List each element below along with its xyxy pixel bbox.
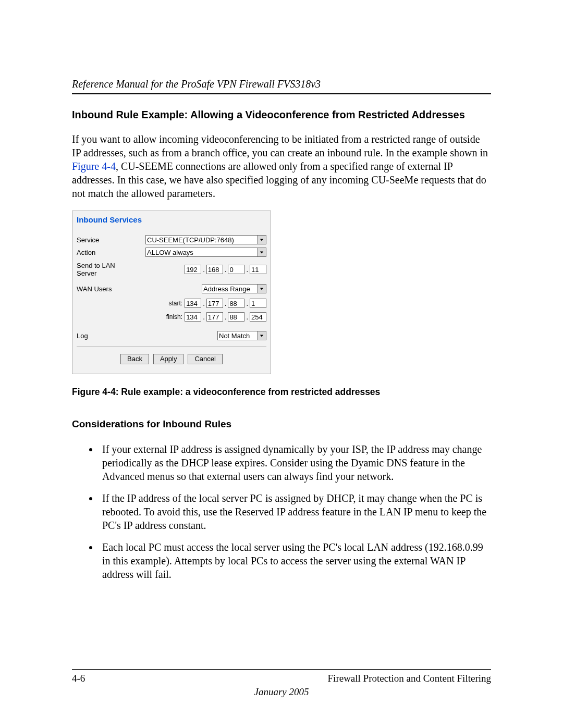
body-text-1: If you want to allow incoming videoconfe…	[72, 133, 488, 158]
service-select[interactable]: CU-SEEME(TCP/UDP:7648)	[145, 235, 266, 244]
back-button[interactable]: Back	[120, 354, 149, 364]
considerations-heading: Considerations for Inbound Rules	[72, 418, 491, 430]
page-header: Reference Manual for the ProSafe VPN Fir…	[72, 78, 491, 90]
lan-ip-octet-3[interactable]: 0	[228, 265, 244, 274]
page-footer: 4-6 Firewall Protection and Content Filt…	[72, 669, 491, 698]
body-text-2: , CU-SEEME connections are allowed only …	[72, 161, 486, 199]
footer-rule	[72, 669, 491, 670]
label-send-to-lan: Send to LAN Server	[77, 262, 135, 277]
wan-users-select[interactable]: Address Range	[202, 284, 266, 293]
label-action: Action	[77, 249, 135, 256]
lan-ip-octet-2[interactable]: 168	[206, 265, 223, 274]
panel-title: Inbound Services	[72, 211, 271, 231]
label-service: Service	[77, 236, 135, 244]
start-ip-octet-4[interactable]: 1	[250, 299, 266, 308]
footer-date: January 2005	[72, 686, 491, 698]
label-log: Log	[77, 332, 135, 340]
list-item: If the IP address of the local server PC…	[99, 491, 491, 532]
footer-section-title: Firewall Protection and Content Filterin…	[328, 673, 491, 684]
page-number: 4-6	[72, 673, 85, 684]
finish-ip-octet-3[interactable]: 88	[228, 312, 244, 322]
apply-button[interactable]: Apply	[153, 354, 184, 364]
label-start: start:	[168, 300, 182, 307]
figure-caption: Figure 4-4: Rule example: a videoconfere…	[72, 387, 491, 398]
cancel-button[interactable]: Cancel	[188, 354, 222, 364]
svg-marker-0	[260, 239, 263, 241]
list-item: Each local PC must access the local serv…	[99, 540, 491, 581]
inbound-services-panel: Inbound Services Service CU-SEEME(TCP/UD…	[72, 211, 271, 374]
log-select-value: Not Match	[219, 332, 250, 340]
finish-ip-octet-4[interactable]: 254	[250, 312, 266, 322]
start-ip-octet-2[interactable]: 177	[206, 299, 223, 308]
wan-users-value: Address Range	[203, 285, 250, 293]
start-ip-octet-1[interactable]: 134	[185, 299, 201, 308]
chevron-down-icon	[257, 331, 266, 340]
log-select[interactable]: Not Match	[217, 331, 266, 340]
body-paragraph: If you want to allow incoming videoconfe…	[72, 132, 491, 200]
action-select-value: ALLOW always	[147, 249, 193, 256]
header-rule	[72, 93, 491, 94]
finish-ip-octet-2[interactable]: 177	[206, 312, 223, 322]
considerations-list: If your external IP address is assigned …	[72, 442, 491, 581]
lan-ip-octet-4[interactable]: 11	[250, 265, 266, 274]
chevron-down-icon	[257, 236, 266, 244]
list-item: If your external IP address is assigned …	[99, 442, 491, 483]
label-wan-users: WAN Users	[77, 285, 135, 293]
svg-marker-2	[260, 288, 263, 290]
document-page: Reference Manual for the ProSafe VPN Fir…	[0, 0, 563, 728]
action-select[interactable]: ALLOW always	[145, 248, 266, 257]
panel-divider	[77, 346, 266, 347]
label-finish: finish:	[166, 313, 182, 320]
lan-ip-octet-1[interactable]: 192	[185, 265, 201, 274]
svg-marker-3	[260, 335, 263, 337]
service-select-value: CU-SEEME(TCP/UDP:7648)	[147, 236, 234, 244]
chevron-down-icon	[257, 285, 266, 293]
chevron-down-icon	[257, 248, 266, 256]
start-ip-octet-3[interactable]: 88	[228, 299, 244, 308]
finish-ip-octet-1[interactable]: 134	[185, 312, 201, 322]
svg-marker-1	[260, 251, 263, 253]
section-heading: Inbound Rule Example: Allowing a Videoco…	[72, 109, 491, 121]
figure-link[interactable]: Figure 4-4	[72, 161, 116, 172]
